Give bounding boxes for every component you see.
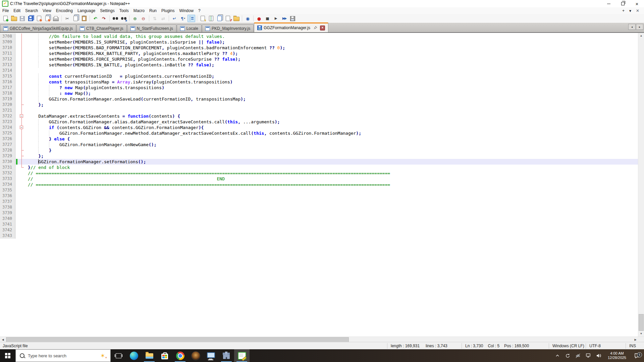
code-text[interactable]: GGZiron.FormationManager.alias.dataManag… (25, 119, 638, 125)
code-text[interactable]: // =====================================… (25, 170, 638, 176)
hidden-icons-chevron-icon[interactable] (554, 354, 561, 358)
code-text[interactable]: GGZiron.FormationManager.setFormations()… (25, 159, 638, 165)
line-number[interactable]: 3742 (0, 227, 15, 233)
line-number[interactable]: 3725 (0, 130, 15, 136)
code-text[interactable] (25, 193, 638, 199)
tab-GBCCoffee_NinjaSagaSkillEquip.js[interactable]: GBCCoffee_NinjaSagaSkillEquip.js (0, 24, 76, 32)
line-number[interactable]: 3708 (0, 34, 15, 39)
line-number[interactable]: 3737 (0, 199, 15, 204)
line-number[interactable]: 3718 (0, 90, 15, 96)
line-number[interactable]: 3729 (0, 153, 15, 159)
line-number[interactable]: 3714 (0, 68, 15, 73)
line-number[interactable]: 3717 (0, 85, 15, 90)
line-number[interactable]: 3711 (0, 51, 15, 56)
status-eol-format[interactable]: Windows (CR LF) (549, 343, 586, 349)
taskbar-search[interactable]: Type here to search ✶✶ (15, 349, 111, 362)
print-button[interactable] (52, 15, 60, 22)
line-number[interactable]: 3712 (0, 56, 15, 62)
code-text[interactable]: setMember(MEMBERS.IN_BATTLE, pluginConte… (25, 62, 638, 68)
cut-button[interactable]: ✂ (63, 15, 71, 22)
update-sync-icon[interactable] (564, 353, 572, 358)
line-number[interactable]: 3722 (0, 113, 15, 119)
folder-workspace-button[interactable] (232, 15, 240, 22)
line-number[interactable]: 3716 (0, 79, 15, 85)
menu-edit[interactable]: Edit (11, 8, 23, 14)
line-number[interactable]: 3733 (0, 176, 15, 182)
line-number[interactable]: 3730 (0, 159, 15, 165)
tab-scroll-left-button[interactable]: ◂ (628, 24, 636, 30)
taskbar-rpg-maker-button[interactable] (203, 349, 219, 362)
status-encoding[interactable]: UTF-8 (586, 343, 626, 349)
macro-save-button[interactable] (289, 15, 297, 22)
taskbar-castle-game-button[interactable] (219, 349, 234, 362)
code-text[interactable]: setMember(MEMBERS.FORCE_SURPRISE, plugin… (25, 56, 638, 62)
line-number[interactable]: 3713 (0, 62, 15, 68)
scroll-down-arrow[interactable]: ▼ (638, 331, 644, 337)
close-all-button[interactable] (44, 15, 51, 22)
horizontal-scrollbar[interactable]: ◀ ▶ (0, 337, 644, 342)
line-number[interactable]: 3743 (0, 233, 15, 239)
code-text[interactable]: setMember(MEMBERS.IS_SURPRISE, pluginCon… (25, 39, 638, 45)
network-icon[interactable] (585, 353, 592, 358)
indent-guide-button[interactable] (187, 15, 195, 22)
fold-collapse-button[interactable]: − (20, 126, 23, 129)
line-number[interactable]: 3736 (0, 193, 15, 199)
macro-run-multiple-button[interactable]: ▶▶ (280, 15, 288, 22)
code-text[interactable]: const currentFormationID = pluginContent… (25, 73, 638, 79)
menu-help[interactable]: ? (196, 8, 203, 14)
tab-scroll-right-button[interactable]: ▸ (636, 24, 643, 30)
code-text[interactable]: : new Map(); (25, 90, 638, 96)
scroll-left-arrow[interactable]: ◀ (0, 337, 6, 342)
code-text[interactable] (25, 187, 638, 193)
line-number[interactable]: 3734 (0, 182, 15, 187)
vertical-scrollbar[interactable]: ▲ ▼ (638, 33, 644, 337)
close-tab-button[interactable]: ✕ (636, 8, 639, 13)
line-number[interactable]: 3740 (0, 216, 15, 222)
menu-run[interactable]: Run (147, 8, 159, 14)
line-number[interactable]: 3727 (0, 142, 15, 147)
code-text[interactable]: ? new Map(pluginContents.transpositions) (25, 85, 638, 90)
taskbar-game-button[interactable] (188, 349, 203, 362)
close-button[interactable]: × (630, 0, 644, 7)
line-number[interactable]: 3731 (0, 165, 15, 170)
line-number[interactable]: 3709 (0, 39, 15, 45)
line-number[interactable]: 3715 (0, 73, 15, 79)
line-number[interactable]: 3710 (0, 45, 15, 51)
taskbar-task-view-button[interactable] (111, 349, 126, 362)
menu-language[interactable]: Language (75, 8, 98, 14)
macro-stop-button[interactable]: ■ (264, 15, 271, 22)
code-text[interactable]: // =====================================… (25, 182, 638, 187)
menu-file[interactable]: File (0, 8, 11, 14)
tab-Locale[interactable]: Locale (177, 24, 202, 32)
code-text[interactable]: }// end of block (25, 165, 638, 170)
code-text[interactable] (25, 227, 638, 233)
line-number[interactable]: 3738 (0, 204, 15, 210)
word-wrap-button[interactable]: ↵ (171, 15, 178, 22)
code-text[interactable]: GGZiron.FormationManager.newMethod.dataM… (25, 130, 638, 136)
save-all-button[interactable] (27, 15, 35, 22)
macro-record-button[interactable]: ● (255, 15, 263, 22)
code-text[interactable]: //On failure to load valid data, this gr… (25, 34, 638, 39)
taskbar-notepad-plus-plus-button[interactable] (234, 349, 250, 362)
code-text[interactable]: }; (25, 102, 638, 108)
onedrive-offline-icon[interactable] (575, 353, 582, 358)
code-editor[interactable]: 3708 //On failure to load valid data, th… (0, 33, 644, 337)
menu-tools[interactable]: Tools (117, 8, 131, 14)
open-file-button[interactable] (10, 15, 18, 22)
document-map-button[interactable] (207, 15, 215, 22)
code-text[interactable] (25, 108, 638, 113)
restore-button[interactable] (616, 0, 630, 7)
taskbar-file-explorer-button[interactable] (142, 349, 157, 362)
action-center-button[interactable]: 5 (631, 353, 643, 358)
code-text[interactable]: } else { (25, 136, 638, 142)
code-text[interactable] (25, 233, 638, 239)
status-insert-mode[interactable]: INS (626, 343, 644, 349)
tab-PKD_MapInventory.js[interactable]: PKD_MapInventory.js (202, 24, 254, 32)
line-number[interactable]: 3728 (0, 147, 15, 153)
taskbar-microsoft-store-button[interactable] (157, 349, 172, 362)
macro-play-button[interactable]: ▶ (272, 15, 280, 22)
line-number[interactable]: 3741 (0, 222, 15, 227)
vertical-scroll-thumb[interactable] (639, 314, 644, 331)
code-text[interactable]: }; (25, 153, 638, 159)
line-number[interactable]: 3724 (0, 125, 15, 130)
